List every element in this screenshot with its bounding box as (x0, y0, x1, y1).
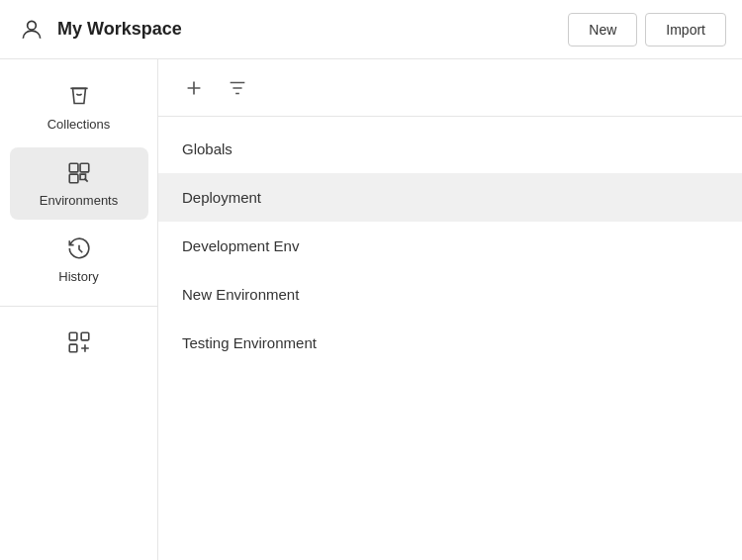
env-item-new-environment[interactable]: New Environment (158, 270, 742, 319)
sidebar-divider (0, 306, 157, 307)
sidebar: Collections Environments (0, 59, 158, 560)
sidebar-item-collections[interactable]: Collections (10, 71, 148, 143)
history-label: History (58, 269, 98, 284)
collections-icon (65, 83, 93, 111)
svg-rect-3 (80, 163, 89, 172)
add-environment-button[interactable] (178, 72, 210, 104)
svg-point-0 (28, 21, 37, 30)
add-grid-icon (65, 328, 93, 356)
environment-list: Globals Deployment Development Env New E… (158, 117, 742, 560)
header-buttons: New Import (568, 13, 726, 47)
header-left: My Workspace (16, 14, 182, 46)
env-item-testing[interactable]: Testing Environment (158, 319, 742, 367)
svg-rect-2 (69, 174, 78, 183)
env-item-globals[interactable]: Globals (158, 125, 742, 173)
svg-rect-6 (69, 344, 77, 352)
import-button[interactable]: Import (645, 13, 726, 47)
sidebar-item-history[interactable]: History (10, 224, 148, 296)
workspace-title: My Workspace (57, 19, 182, 40)
history-icon (65, 235, 93, 263)
content-toolbar (158, 59, 742, 117)
environments-label: Environments (40, 193, 118, 208)
svg-rect-1 (69, 163, 78, 172)
collections-label: Collections (47, 117, 111, 132)
main-layout: Collections Environments (0, 59, 742, 560)
content-area: Globals Deployment Development Env New E… (158, 59, 742, 560)
filter-button[interactable] (222, 72, 253, 104)
new-button[interactable]: New (568, 13, 637, 47)
sidebar-item-add[interactable] (10, 317, 148, 368)
header: My Workspace New Import (0, 0, 742, 59)
user-icon (16, 14, 47, 46)
env-item-development[interactable]: Development Env (158, 222, 742, 270)
environments-icon (65, 159, 93, 187)
svg-rect-4 (69, 332, 77, 340)
sidebar-item-environments[interactable]: Environments (10, 147, 148, 220)
env-item-deployment[interactable]: Deployment (158, 173, 742, 222)
svg-rect-5 (81, 332, 89, 340)
